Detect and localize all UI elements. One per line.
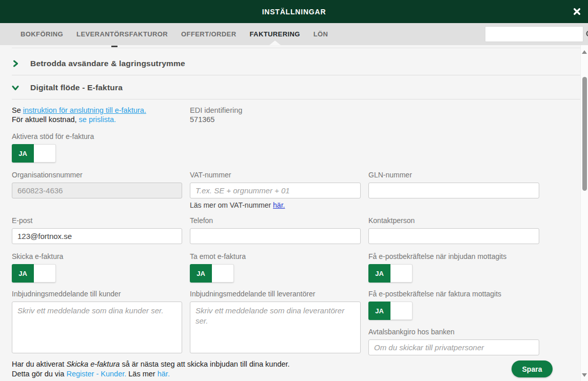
toggle-on-segment[interactable]: JA — [190, 264, 212, 283]
scrollbar-thumb[interactable] — [582, 77, 587, 191]
intro-line1-prefix: Se — [12, 106, 23, 114]
page-title: INSTÄLLNINGAR — [262, 8, 326, 16]
vat-label: VAT-nummer — [190, 171, 361, 179]
scrollbar[interactable] — [580, 45, 588, 381]
scrolled-out-section-edge — [12, 45, 580, 48]
register-kunder-link[interactable]: Register - Kunder. — [66, 370, 126, 378]
tab-bokforing[interactable]: BOKFÖRING — [21, 23, 63, 45]
invite-customers-label: Inbjudningsmeddelande till kunder — [12, 290, 182, 298]
vat-help-line: Läs mer om VAT-nummer här. — [190, 201, 361, 209]
email-label: E-post — [12, 216, 182, 225]
vat-group: VAT-nummer Läs mer om VAT-nummer här. — [190, 171, 361, 209]
efaktura-footer-row: Har du aktiverat Skicka e-faktura så är … — [12, 359, 580, 379]
toggle-on-segment[interactable]: JA — [12, 264, 34, 283]
edi-id-block: EDI identifiering 571365 — [190, 106, 361, 124]
toggle-on-segment[interactable]: JA — [12, 144, 34, 163]
vat-help-text: Läs mer om VAT-nummer — [190, 201, 273, 209]
toggle-off-segment[interactable] — [212, 264, 234, 283]
toggle-off-segment[interactable] — [390, 264, 413, 283]
toggle-on-segment[interactable]: JA — [368, 302, 390, 320]
orgnr-label: Organisationsnummer — [12, 171, 182, 179]
scroll-up-arrow-icon[interactable] — [582, 50, 587, 54]
phone-field[interactable] — [190, 228, 361, 244]
section-header-digitalt-flode[interactable]: Digitalt flöde - E-faktura — [12, 75, 580, 99]
pricelist-link[interactable]: se prislista. — [79, 115, 116, 124]
email-field[interactable] — [12, 228, 182, 244]
vat-field[interactable] — [190, 183, 361, 198]
toggle-off-segment[interactable] — [34, 264, 56, 283]
chevron-right-icon — [12, 60, 19, 67]
cutoff-content-fragment — [111, 46, 117, 47]
search-icon[interactable] — [585, 30, 588, 39]
confirm-invite-group: Få e-postbekräftelse när inbjudan mottag… — [368, 252, 539, 283]
invite-suppliers-label: Inbjudningsmeddelande till leverantörer — [190, 290, 361, 298]
edi-id-label: EDI identifiering — [190, 106, 361, 115]
receive-efaktura-group: Ta emot e-faktura JA — [190, 252, 361, 283]
section-title: Digitalt flöde - E-faktura — [30, 83, 123, 92]
contact-field[interactable] — [368, 228, 539, 244]
bankgiro-label: Avtalsbankgiro hos banken — [368, 328, 539, 336]
settings-nav-bar: BOKFÖRING LEVERANTÖRSFAKTUROR OFFERT/ORD… — [0, 23, 588, 45]
invite-suppliers-group: Inbjudningsmeddelande till leverantörer — [190, 290, 361, 355]
close-icon[interactable] — [572, 7, 581, 16]
chevron-down-icon — [12, 84, 19, 91]
tab-offert-order[interactable]: OFFERT/ORDER — [181, 23, 236, 45]
scroll-down-arrow-icon[interactable] — [582, 373, 587, 377]
footer-line1-italic: Skicka e-faktura — [66, 360, 120, 368]
contact-fields-row: E-post Telefon Kontaktperson — [12, 216, 580, 244]
settings-content: Betrodda avsändare & lagringsutrymme Dig… — [0, 45, 580, 381]
efaktura-intro-row: Se instruktion för anslutning till e-fak… — [12, 106, 580, 124]
tab-fakturering[interactable]: FAKTURERING — [249, 23, 300, 45]
gln-label: GLN-nummer — [368, 171, 539, 179]
save-button[interactable]: Spara — [512, 360, 553, 377]
bankgiro-field[interactable] — [368, 339, 539, 355]
confirm-invite-label: Få e-postbekräftelse när inbjudan mottag… — [368, 252, 539, 260]
footer-line1-post: så är nästa steg att skicka inbjudan til… — [120, 360, 289, 368]
send-efaktura-group: Skicka e-faktura JA — [12, 252, 182, 283]
edi-id-value: 571365 — [190, 115, 361, 124]
activate-efaktura-label: Aktivera stöd för e-faktura — [12, 132, 580, 141]
footer-line1-pre: Har du aktiverat — [12, 360, 66, 368]
efaktura-footer-text: Har du aktiverat Skicka e-faktura så är … — [12, 359, 290, 379]
contact-label: Kontaktperson — [368, 216, 539, 225]
instruction-link[interactable]: instruktion för anslutning till e-faktur… — [23, 106, 146, 114]
confirm-invoice-label: Få e-postbekräftelse när faktura mottagi… — [368, 290, 539, 298]
tab-leverantorsfakturor[interactable]: LEVERANTÖRSFAKTUROR — [76, 23, 168, 45]
invite-customers-group: Inbjudningsmeddelande till kunder — [12, 290, 182, 355]
email-group: E-post — [12, 216, 182, 244]
intro-line2-prefix: För aktuell kostnad, — [12, 115, 79, 124]
las-mer-har-link[interactable]: här. — [158, 370, 170, 378]
confirm-invoice-toggle[interactable]: JA — [368, 302, 413, 320]
receive-efaktura-label: Ta emot e-faktura — [190, 252, 361, 260]
footer-line2-mid: Läs mer — [126, 370, 157, 378]
search-input[interactable] — [485, 27, 585, 42]
confirm-invite-toggle[interactable]: JA — [368, 264, 413, 283]
section-header-betrodda-avsandare[interactable]: Betrodda avsändare & lagringsutrymme — [12, 48, 580, 75]
section-title: Betrodda avsändare & lagringsutrymme — [30, 59, 185, 68]
footer-line2-pre: Detta gör du via — [12, 370, 66, 378]
gln-group: GLN-nummer — [368, 171, 539, 209]
vat-here-link[interactable]: här. — [273, 201, 285, 209]
identity-fields-row: Organisationsnummer VAT-nummer Läs mer o… — [12, 171, 580, 209]
tab-lon[interactable]: LÖN — [313, 23, 328, 45]
contact-group: Kontaktperson — [368, 216, 539, 244]
orgnr-group: Organisationsnummer — [12, 171, 182, 209]
send-efaktura-toggle[interactable]: JA — [12, 264, 56, 283]
toggle-off-segment[interactable] — [34, 144, 56, 163]
efaktura-intro-text: Se instruktion för anslutning till e-fak… — [12, 106, 182, 124]
activate-efaktura-group: Aktivera stöd för e-faktura JA — [12, 132, 580, 163]
toggle-on-segment[interactable]: JA — [368, 264, 390, 283]
toggle-off-segment[interactable] — [390, 302, 413, 320]
activate-efaktura-toggle[interactable]: JA — [12, 144, 56, 163]
confirm-invoice-column: Få e-postbekräftelse när faktura mottagi… — [368, 290, 539, 355]
orgnr-field — [12, 183, 182, 198]
send-efaktura-label: Skicka e-faktura — [12, 252, 182, 260]
receive-efaktura-toggle[interactable]: JA — [190, 264, 234, 283]
gln-field[interactable] — [368, 183, 539, 198]
toggle-row: Skicka e-faktura JA Ta emot e-faktura JA… — [12, 252, 580, 283]
invite-customers-textarea[interactable] — [12, 302, 182, 353]
phone-label: Telefon — [190, 216, 361, 225]
settings-title-bar: INSTÄLLNINGAR — [0, 0, 588, 23]
invite-suppliers-textarea[interactable] — [190, 302, 361, 353]
phone-group: Telefon — [190, 216, 361, 244]
